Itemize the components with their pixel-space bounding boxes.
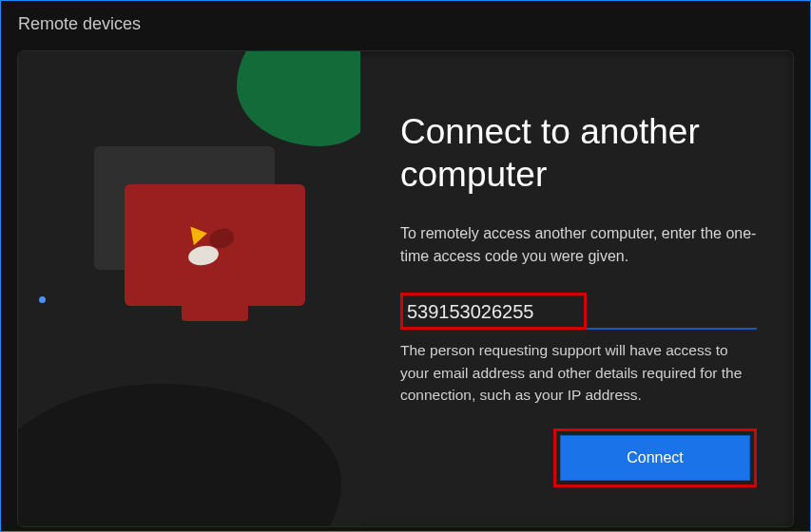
carousel-dot-icon[interactable] <box>39 296 46 303</box>
illustration-panel <box>18 51 360 526</box>
connect-button[interactable]: Connect <box>560 435 750 481</box>
decor-blob-green <box>237 51 360 146</box>
card-title: Connect to another computer <box>400 110 757 196</box>
access-code-field-wrap <box>400 293 757 330</box>
access-code-input[interactable] <box>407 297 578 327</box>
connect-card: Connect to another computer To remotely … <box>18 51 793 526</box>
decor-triangle-icon <box>190 224 208 245</box>
page-title: Remote devices <box>18 14 793 34</box>
disclosure-text: The person requesting support will have … <box>400 339 757 406</box>
content-panel: Connect to another computer To remotely … <box>360 51 793 526</box>
decor-monitor-front <box>125 184 305 306</box>
annotation-highlight-code <box>400 293 587 330</box>
card-description: To remotely access another computer, ent… <box>400 222 757 268</box>
decor-oval-white <box>187 243 221 267</box>
decor-screen-shapes <box>186 221 243 269</box>
button-row: Connect <box>400 428 757 487</box>
decor-blob-dark <box>18 384 341 526</box>
header: Remote devices <box>1 1 810 44</box>
annotation-highlight-button: Connect <box>553 428 757 487</box>
